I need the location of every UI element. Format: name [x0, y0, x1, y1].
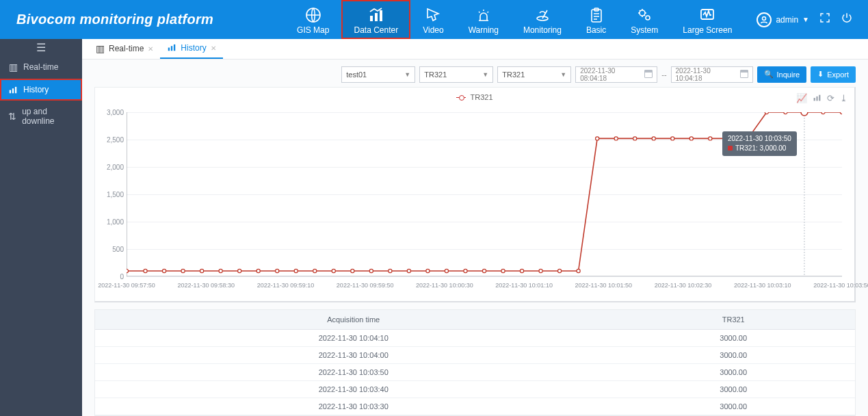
sidebar-item-history[interactable]: History [0, 79, 82, 101]
close-icon[interactable]: ✕ [211, 44, 216, 52]
sidebar-item-updownline[interactable]: ⇅ up and downline [0, 101, 82, 132]
svg-point-57 [784, 112, 787, 114]
svg-rect-2 [375, 13, 378, 21]
table-cell: 2022-11-30 10:04:00 [95, 347, 611, 364]
chart-plot[interactable]: 05001,0001,5002,0002,5003,0002022-11-30 … [127, 112, 842, 276]
nav-video[interactable]: Video [410, 0, 456, 39]
svg-point-22 [127, 269, 129, 272]
sensor1-select[interactable]: TR321▼ [419, 66, 493, 83]
x-tick-label: 2022-11-30 10:03:10 [734, 282, 791, 289]
close-icon[interactable]: ✕ [148, 45, 153, 53]
nav-label: Video [423, 25, 443, 35]
chevron-down-icon: ▼ [482, 71, 488, 78]
svg-point-62 [801, 112, 808, 116]
x-tick-label: 2022-11-30 09:59:10 [257, 282, 315, 289]
sidebar-item-realtime[interactable]: ▥ Real-time [0, 55, 82, 79]
chart-line-icon[interactable]: 📈 [796, 93, 807, 104]
chart-bar-icon[interactable] [813, 93, 821, 104]
svg-point-44 [539, 269, 542, 272]
svg-point-38 [426, 269, 430, 272]
tab-label: Real-time [109, 44, 144, 53]
table-cell: 3000.00 [611, 347, 855, 364]
svg-point-53 [709, 136, 712, 140]
svg-rect-13 [15, 87, 16, 93]
nav-gis-map[interactable]: GIS Map [285, 0, 341, 39]
fullscreen-icon[interactable] [819, 12, 831, 27]
table-cell: 2022-11-30 10:03:40 [95, 381, 611, 398]
svg-point-10 [763, 16, 766, 20]
svg-point-8 [646, 16, 650, 20]
nav-monitoring[interactable]: Monitoring [511, 0, 574, 39]
svg-rect-16 [174, 44, 175, 51]
nav-basic[interactable]: Basic [574, 0, 618, 39]
x-tick-label: 2022-11-30 09:58:30 [177, 282, 235, 289]
svg-point-24 [162, 269, 166, 272]
topbar-right: admin ▼ [757, 12, 868, 27]
table-row[interactable]: 2022-11-30 10:04:103000.00 [95, 330, 855, 347]
svg-point-47 [596, 136, 599, 140]
nav-label: Data Center [354, 25, 398, 35]
bars-icon: ▥ [96, 43, 105, 54]
nav-data-center[interactable]: Data Center [341, 0, 410, 39]
svg-point-40 [464, 269, 467, 272]
nav-system[interactable]: System [618, 0, 670, 39]
calendar-icon [644, 70, 653, 79]
sidebar-toggle[interactable]: ☰ [0, 39, 82, 55]
download-icon[interactable]: ⤓ [840, 93, 847, 104]
inquire-label: Inquire [777, 70, 800, 79]
avatar-icon [757, 12, 772, 27]
svg-point-35 [369, 269, 373, 272]
chevron-down-icon: ▼ [560, 71, 566, 78]
brand-title: Bivocom monitoring platform [0, 12, 230, 27]
col-tr321: TR321 [611, 310, 855, 330]
sidebar-item-label: History [23, 85, 49, 94]
datetime-to[interactable]: 2022-11-30 10:04:18 [671, 66, 753, 83]
table-row[interactable]: 2022-11-30 10:04:003000.00 [95, 347, 855, 364]
export-button[interactable]: ⬇Export [811, 66, 856, 83]
svg-point-25 [181, 269, 185, 272]
nav-warning[interactable]: Warning [456, 0, 511, 39]
x-tick-label: 2022-11-30 10:01:10 [495, 282, 553, 289]
table-cell: 2022-11-30 10:03:30 [95, 398, 611, 415]
tab-realtime[interactable]: ▥ Real-time ✕ [89, 39, 160, 59]
search-icon: 🔍 [764, 70, 774, 79]
sensor2-select[interactable]: TR321▼ [497, 66, 571, 83]
table-cell: 2022-11-30 10:04:10 [95, 330, 611, 347]
svg-point-28 [238, 269, 241, 272]
tooltip-dot-icon [728, 146, 733, 151]
datetime-from[interactable]: 2022-11-30 08:04:18 [575, 66, 657, 83]
nav-label: System [631, 25, 658, 35]
svg-point-60 [840, 112, 842, 114]
tab-history[interactable]: History ✕ [160, 39, 222, 59]
range-dash: -- [661, 70, 666, 79]
to-value: 2022-11-30 10:04:18 [676, 67, 737, 82]
table-row[interactable]: 2022-11-30 10:03:503000.00 [95, 364, 855, 381]
tooltip-time: 2022-11-30 10:03:50 [728, 134, 791, 144]
table-cell: 3000.00 [611, 364, 855, 381]
tooltip-value: TR321: 3,000.00 [735, 144, 787, 152]
svg-point-27 [219, 269, 222, 272]
export-label: Export [827, 70, 849, 79]
power-icon[interactable] [841, 12, 853, 27]
svg-rect-18 [816, 96, 817, 101]
svg-rect-12 [12, 88, 14, 93]
nav-large-screen[interactable]: Large Screen [670, 0, 744, 39]
chart-card: 📈 ⟳ ⤓ TR321 05001,0001,5002,0002,5003,00… [94, 87, 856, 302]
svg-rect-14 [168, 47, 170, 51]
user-menu[interactable]: admin ▼ [757, 12, 809, 27]
export-icon: ⬇ [817, 70, 824, 79]
tab-label: History [181, 43, 206, 53]
topbar: Bivocom monitoring platform GIS Map Data… [0, 0, 868, 39]
svg-rect-1 [370, 16, 373, 21]
svg-point-46 [577, 269, 580, 272]
svg-point-26 [200, 269, 204, 272]
nav-label: Large Screen [683, 25, 732, 35]
device-select[interactable]: test01▼ [341, 66, 415, 83]
svg-point-34 [351, 269, 354, 272]
table-row[interactable]: 2022-11-30 10:03:303000.00 [95, 398, 855, 415]
refresh-icon[interactable]: ⟳ [827, 93, 834, 104]
svg-point-59 [821, 112, 825, 114]
inquire-button[interactable]: 🔍Inquire [757, 66, 807, 83]
legend-marker [456, 97, 466, 98]
table-row[interactable]: 2022-11-30 10:03:403000.00 [95, 381, 855, 398]
